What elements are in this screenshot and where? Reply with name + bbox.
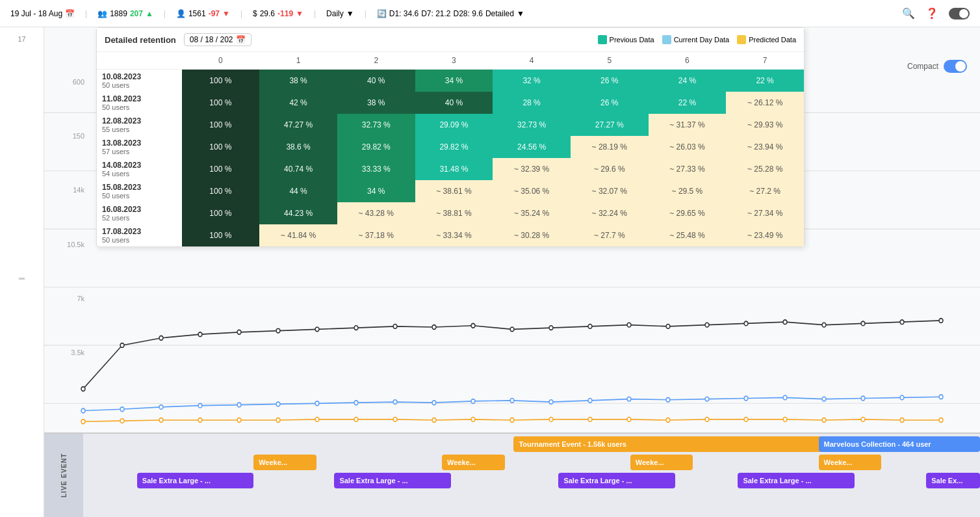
cell-r2-c0: 100 % (182, 114, 260, 136)
cell-r2-c2: 32.73 % (337, 114, 415, 136)
cell-r5-c1: 44 % (259, 180, 337, 202)
row-users-4: 54 users (102, 170, 177, 178)
svg-point-25 (822, 323, 826, 327)
active-users-arrow: ▼ (222, 9, 230, 18)
svg-point-32 (198, 403, 202, 408)
table-row: 13.08.202357 users100 %38.6 %29.82 %29.8… (97, 136, 804, 158)
new-users-arrow: ▲ (146, 9, 153, 18)
row-date-4: 14.08.2023 (102, 161, 177, 170)
col-header-2: 2 (337, 52, 415, 70)
help-icon[interactable]: ❓ (925, 7, 938, 20)
event-weekly-4[interactable]: Weeke... (819, 455, 882, 470)
svg-point-26 (861, 321, 865, 326)
svg-point-59 (354, 418, 358, 422)
svg-point-10 (237, 330, 241, 334)
event-marvelous-label: Marvelous Collection - 464 user (824, 440, 931, 448)
svg-point-6 (81, 387, 85, 391)
row-label-2: 12.08.202355 users (97, 114, 182, 136)
svg-point-18 (549, 326, 553, 330)
svg-point-19 (588, 325, 592, 329)
cell-r1-c1: 42 % (259, 92, 337, 114)
svg-point-57 (276, 418, 280, 423)
table-row: 12.08.202355 users100 %47.27 %32.73 %29.… (97, 114, 804, 136)
legend-previous: Previous Data (598, 35, 654, 44)
cell-r6-c5: ~ 32.24 % (571, 202, 649, 224)
compact-toggle[interactable] (944, 60, 967, 73)
row-label-3: 13.08.202357 users (97, 136, 182, 158)
search-icon[interactable]: 🔍 (902, 7, 915, 20)
col-header-7: 7 (726, 52, 804, 70)
svg-point-15 (432, 325, 436, 330)
row-date-1: 11.08.2023 (102, 94, 177, 103)
cell-r4-c1: 40.74 % (259, 158, 337, 180)
svg-point-37 (393, 400, 397, 404)
svg-point-61 (432, 418, 436, 423)
event-weekly-3[interactable]: Weeke... (630, 455, 693, 470)
row-date-6: 16.08.2023 (102, 205, 177, 214)
date-range-label: 19 Jul - 18 Aug (10, 9, 62, 18)
event-sale-5-label: Sale Ex... (931, 477, 962, 484)
cell-r6-c4: ~ 35.24 % (493, 202, 571, 224)
col-header-3: 3 (415, 52, 493, 70)
row-users-0: 50 users (102, 81, 177, 89)
event-weekly-2[interactable]: Weeke... (442, 455, 505, 470)
svg-point-54 (159, 418, 163, 423)
y-label-150: 150 (73, 132, 84, 140)
svg-point-51 (939, 395, 943, 399)
cell-r0-c7: 22 % (726, 70, 804, 92)
svg-point-22 (705, 323, 709, 327)
event-marvelous[interactable]: Marvelous Collection - 464 user (819, 436, 980, 452)
period-selector[interactable]: Daily ▼ (326, 9, 354, 18)
event-sale-2[interactable]: Sale Extra Large - ... (334, 473, 450, 488)
cell-r0-c2: 40 % (337, 70, 415, 92)
cell-r1-c6: 22 % (649, 92, 727, 114)
svg-point-41 (549, 400, 553, 404)
row-users-1: 50 users (102, 103, 177, 111)
svg-point-8 (159, 336, 163, 340)
row-label-1: 11.08.202350 users (97, 92, 182, 114)
col-header-empty (97, 52, 182, 70)
svg-point-28 (939, 319, 943, 323)
active-users-stat: 👤 1561 -97 ▼ (176, 9, 230, 18)
svg-point-20 (627, 323, 631, 327)
new-users-stat: 👥 1889 207 ▲ (97, 9, 153, 18)
svg-point-30 (120, 407, 124, 412)
cell-r7-c6: ~ 25.48 % (649, 224, 727, 246)
col-header-0: 0 (182, 52, 260, 70)
event-weekly-1[interactable]: Weeke... (253, 455, 316, 470)
revenue-delta: -119 (277, 9, 293, 18)
content-area: Compact 10 11 12 13 14 15 16 Detailed re… (44, 27, 980, 517)
table-row: 11.08.202350 users100 %42 %38 %40 %28 %2… (97, 92, 804, 114)
cell-r7-c1: ~ 41.84 % (259, 224, 337, 246)
row-date-3: 13.08.2023 (102, 139, 177, 148)
event-sale-1[interactable]: Sale Extra Large - ... (137, 473, 253, 488)
svg-point-50 (900, 395, 904, 400)
event-weekly-3-label: Weeke... (636, 458, 664, 466)
events-content: Tournament Event - 1.56k users Marvelous… (83, 434, 980, 517)
active-users-count: 1561 (188, 9, 206, 18)
y-axis-labels: 600 150 14k 10.5k 7k 3.5k (44, 55, 88, 380)
cell-r7-c2: ~ 37.18 % (337, 224, 415, 246)
svg-point-47 (783, 395, 787, 400)
legend-pred-dot (737, 35, 746, 44)
svg-point-52 (81, 419, 85, 424)
date-range-selector[interactable]: 19 Jul - 18 Aug 📅 (10, 9, 75, 18)
svg-point-14 (393, 325, 397, 329)
svg-point-70 (783, 418, 787, 422)
dark-mode-toggle[interactable] (949, 8, 970, 20)
revenue-value: 29.6 (260, 9, 275, 18)
col-header-5: 5 (571, 52, 649, 70)
svg-point-39 (471, 399, 475, 404)
active-users-delta: -97 (209, 9, 220, 18)
event-sale-5[interactable]: Sale Ex... (926, 473, 980, 488)
cell-r4-c6: ~ 27.33 % (649, 158, 727, 180)
svg-point-35 (315, 401, 319, 406)
legend-current: Current Day Data (662, 35, 730, 44)
event-tournament-label: Tournament Event - 1.56k users (519, 440, 626, 448)
svg-point-12 (315, 327, 319, 332)
event-sale-3[interactable]: Sale Extra Large - ... (558, 473, 675, 488)
date-picker[interactable]: 08 / 18 / 202 📅 (184, 33, 251, 46)
event-sale-4[interactable]: Sale Extra Large - ... (738, 473, 854, 488)
svg-point-64 (549, 418, 553, 422)
cell-r3-c5: ~ 28.19 % (571, 136, 649, 158)
